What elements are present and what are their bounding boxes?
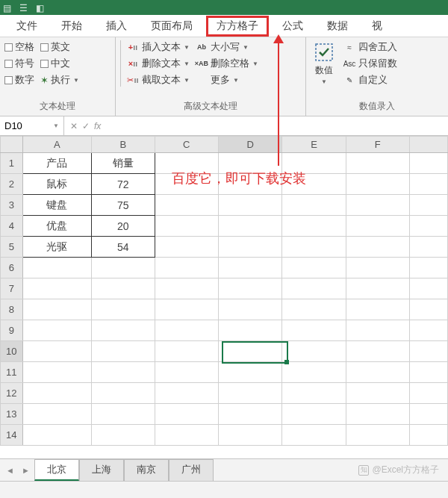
cell-A14[interactable] [22, 425, 91, 446]
cell-6[interactable] [410, 258, 448, 278]
cell-C11[interactable] [155, 362, 218, 383]
col-header-B[interactable]: B [92, 137, 155, 153]
menu-tab-开始[interactable]: 开始 [51, 16, 93, 37]
menu-tab-公式[interactable]: 公式 [272, 16, 314, 37]
cell-B8[interactable] [92, 299, 155, 320]
row-header-11[interactable]: 11 [1, 362, 23, 383]
menu-tab-数据[interactable]: 数据 [317, 16, 358, 37]
cell-B3[interactable]: 75 [92, 195, 155, 216]
cell-9[interactable] [410, 320, 448, 341]
menu-tab-页面布局[interactable]: 页面布局 [140, 16, 203, 37]
cell-F10[interactable] [346, 341, 409, 362]
sheet-tab-上海[interactable]: 上海 [79, 459, 124, 481]
sheet-tab-南京[interactable]: 南京 [124, 459, 169, 481]
cell-E5[interactable] [282, 237, 346, 258]
row-header-6[interactable]: 6 [1, 258, 23, 278]
cell-B10[interactable] [92, 341, 155, 362]
cell-B6[interactable] [92, 258, 155, 278]
select-all-corner[interactable] [1, 137, 23, 153]
cell-D14[interactable] [218, 425, 281, 446]
cell-E12[interactable] [282, 383, 346, 404]
row-header-12[interactable]: 12 [1, 383, 23, 404]
btn-大小写[interactable]: Ab大小写▼ [196, 40, 258, 54]
cell-E7[interactable] [282, 278, 346, 299]
col-header-D[interactable]: D [218, 137, 281, 153]
cell-A10[interactable] [22, 341, 91, 362]
col-header-C[interactable]: C [155, 137, 218, 153]
cell-B11[interactable] [92, 362, 155, 383]
btn-只保留数[interactable]: Asc只保留数 [343, 57, 397, 70]
cell-E9[interactable] [282, 320, 346, 341]
cell-C9[interactable] [155, 320, 218, 341]
btn-删除空格[interactable]: ×AB删除空格▼ [196, 57, 258, 70]
btn-四舍五入[interactable]: ≈四舍五入 [343, 40, 397, 54]
cell-1[interactable] [410, 153, 448, 174]
cell-F4[interactable] [346, 216, 409, 237]
btn-截取文本[interactable]: ✂ıı截取文本▼ [127, 73, 190, 87]
cell-A1[interactable]: 产品 [22, 153, 91, 174]
cancel-icon[interactable]: ✕ [70, 121, 78, 131]
cell-D7[interactable] [218, 278, 281, 299]
sheet-tab-广州[interactable]: 广州 [169, 459, 214, 481]
cell-B7[interactable] [92, 278, 155, 299]
checkbox-数字[interactable]: 数字 [4, 73, 34, 87]
cell-12[interactable] [410, 383, 448, 404]
row-header-7[interactable]: 7 [1, 278, 23, 299]
cell-F11[interactable] [346, 362, 409, 383]
row-header-1[interactable]: 1 [1, 153, 23, 174]
cell-C8[interactable] [155, 299, 218, 320]
cell-A7[interactable] [22, 278, 91, 299]
row-header-14[interactable]: 14 [1, 425, 23, 446]
cell-C6[interactable] [155, 258, 218, 278]
btn-自定义[interactable]: ✎自定义 [343, 73, 397, 87]
cell-5[interactable] [410, 237, 448, 258]
cell-3[interactable] [410, 195, 448, 216]
cell-A3[interactable]: 键盘 [22, 195, 91, 216]
cell-E8[interactable] [282, 299, 346, 320]
qat-icon[interactable]: ▤ [3, 3, 12, 12]
cell-8[interactable] [410, 299, 448, 320]
cell-A13[interactable] [22, 404, 91, 425]
cell-B13[interactable] [92, 404, 155, 425]
cell-D4[interactable] [218, 216, 281, 237]
cell-C14[interactable] [155, 425, 218, 446]
cell-E3[interactable] [282, 195, 346, 216]
cell-C5[interactable] [155, 237, 218, 258]
cell-E11[interactable] [282, 362, 346, 383]
cell-D12[interactable] [218, 383, 281, 404]
cell-D13[interactable] [218, 404, 281, 425]
row-header-2[interactable]: 2 [1, 174, 23, 195]
menu-tab-视[interactable]: 视 [361, 16, 393, 37]
number-button[interactable]: 数值 ▼ [311, 40, 337, 87]
col-header-E[interactable]: E [282, 137, 346, 153]
cell-C13[interactable] [155, 404, 218, 425]
cell-D9[interactable] [218, 320, 281, 341]
cell-F8[interactable] [346, 299, 409, 320]
cell-14[interactable] [410, 425, 448, 446]
row-header-5[interactable]: 5 [1, 237, 23, 258]
checkbox-执行[interactable]: ✶执行▼ [40, 73, 79, 87]
cell-A9[interactable] [22, 320, 91, 341]
cell-C3[interactable] [155, 195, 218, 216]
row-header-8[interactable]: 8 [1, 299, 23, 320]
cell-C10[interactable] [155, 341, 218, 362]
cell-C12[interactable] [155, 383, 218, 404]
btn-更多[interactable]: 更多▼ [196, 73, 258, 87]
cell-13[interactable] [410, 404, 448, 425]
row-header-13[interactable]: 13 [1, 404, 23, 425]
cell-4[interactable] [410, 216, 448, 237]
cell-B9[interactable] [92, 320, 155, 341]
cell-D5[interactable] [218, 237, 281, 258]
row-header-3[interactable]: 3 [1, 195, 23, 216]
cell-D8[interactable] [218, 299, 281, 320]
checkbox-符号[interactable]: 符号 [4, 57, 34, 70]
cell-D10[interactable] [218, 341, 281, 362]
cell-A2[interactable]: 鼠标 [22, 174, 91, 195]
cell-A11[interactable] [22, 362, 91, 383]
cell-11[interactable] [410, 362, 448, 383]
cell-F1[interactable] [346, 153, 409, 174]
btn-删除文本[interactable]: ×ıı删除文本▼ [127, 57, 190, 70]
cell-10[interactable] [410, 341, 448, 362]
col-header-[interactable] [410, 137, 448, 153]
cell-A8[interactable] [22, 299, 91, 320]
